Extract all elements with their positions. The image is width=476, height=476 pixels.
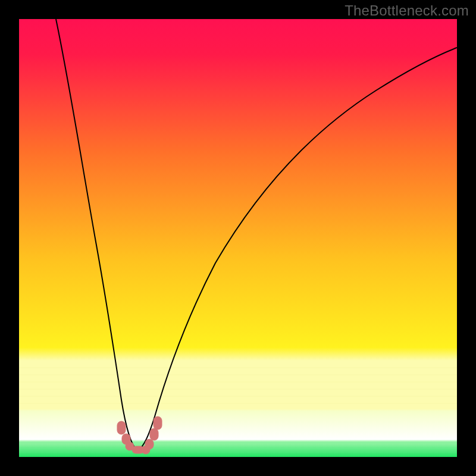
svg-rect-15 <box>150 428 158 440</box>
svg-rect-16 <box>154 416 162 430</box>
watermark-text: TheBottleneck.com <box>345 2 469 19</box>
outer-frame: TheBottleneck.com <box>0 0 476 476</box>
svg-rect-14 <box>145 439 154 449</box>
gradient-background <box>19 19 457 457</box>
chart-svg <box>19 19 457 457</box>
svg-rect-9 <box>117 421 126 434</box>
chart-canvas <box>19 19 457 457</box>
